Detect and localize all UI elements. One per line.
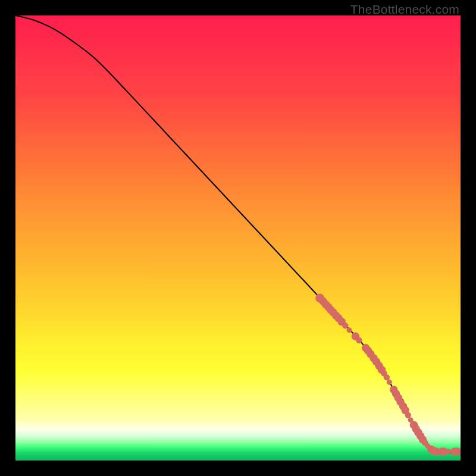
- curve-marker: [342, 322, 348, 328]
- curve-markers: [315, 294, 461, 456]
- curve-marker: [446, 449, 451, 455]
- chart-svg: [15, 15, 461, 461]
- curve-marker: [356, 337, 362, 343]
- curve-marker: [384, 374, 390, 380]
- chart-area: [15, 15, 461, 461]
- curve-marker: [405, 412, 411, 418]
- curve-marker: [387, 380, 392, 385]
- watermark-text: TheBottleneck.com: [350, 2, 459, 17]
- curve-marker: [347, 327, 352, 333]
